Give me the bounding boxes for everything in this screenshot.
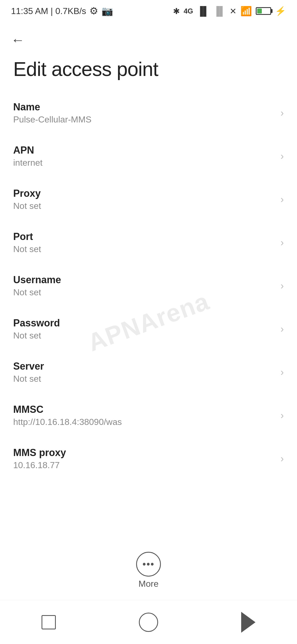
battery-box — [256, 7, 271, 15]
status-bar: 11:35 AM | 0.7KB/s ⚙ 📷 ✱ 4G ▐▌ ▐▌ ✕ 📶 ⚡ — [0, 0, 297, 22]
nav-home-button[interactable] — [139, 613, 158, 632]
settings-item-label-7: MMSC — [13, 404, 122, 415]
status-left: 11:35 AM | 0.7KB/s ⚙ 📷 — [11, 5, 113, 17]
settings-item-server[interactable]: Server Not set › — [0, 351, 297, 394]
more-dots-icon: ••• — [142, 558, 155, 570]
settings-item-value-7: http://10.16.18.4:38090/was — [13, 417, 122, 427]
settings-item-value-2: Not set — [13, 201, 41, 211]
settings-item-label-8: MMS proxy — [13, 447, 66, 459]
settings-item-label-0: Name — [13, 101, 92, 113]
settings-icon: ⚙ — [89, 5, 98, 17]
settings-item-value-4: Not set — [13, 287, 61, 298]
settings-item-content: MMSC http://10.16.18.4:38090/was — [13, 404, 122, 427]
nav-recents-button[interactable] — [42, 615, 56, 629]
nav-bar — [0, 600, 297, 644]
camera-icon: 📷 — [101, 6, 113, 17]
status-right: ✱ 4G ▐▌ ▐▌ ✕ 📶 ⚡ — [173, 6, 286, 17]
settings-item-port[interactable]: Port Not set › — [0, 221, 297, 264]
settings-item-content: Proxy Not set — [13, 188, 41, 211]
settings-item-value-8: 10.16.18.77 — [13, 460, 66, 470]
settings-item-password[interactable]: Password Not set › — [0, 307, 297, 351]
settings-item-apn[interactable]: APN internet › — [0, 135, 297, 178]
nav-back-button[interactable] — [241, 612, 255, 633]
settings-item-label-3: Port — [13, 231, 41, 242]
more-circle-icon[interactable]: ••• — [136, 552, 161, 577]
settings-item-content: Name Pulse-Cellular-MMS — [13, 101, 92, 125]
settings-item-value-5: Not set — [13, 331, 60, 341]
settings-item-value-6: Not set — [13, 374, 44, 384]
chevron-right-icon: › — [280, 194, 284, 205]
signal-bars-icon: ▐▌ — [197, 6, 209, 16]
chevron-right-icon: › — [280, 410, 284, 421]
bluetooth-icon: ✱ — [173, 6, 180, 16]
settings-item-label-5: Password — [13, 317, 60, 329]
settings-item-label-6: Server — [13, 361, 44, 372]
chevron-right-icon: › — [280, 367, 284, 378]
more-button[interactable]: ••• More — [136, 552, 161, 589]
settings-item-value-3: Not set — [13, 244, 41, 254]
signal-x-icon: ✕ — [230, 6, 237, 16]
settings-item-username[interactable]: Username Not set › — [0, 264, 297, 307]
settings-item-value-1: internet — [13, 158, 43, 168]
chevron-right-icon: › — [280, 151, 284, 162]
battery-fill — [257, 9, 262, 13]
chevron-right-icon: › — [280, 107, 284, 119]
settings-item-label-2: Proxy — [13, 188, 41, 199]
settings-item-label-4: Username — [13, 274, 61, 286]
back-button-container[interactable]: ← — [0, 22, 297, 52]
more-label: More — [139, 579, 159, 589]
settings-item-content: Server Not set — [13, 361, 44, 384]
settings-item-mmsc[interactable]: MMSC http://10.16.18.4:38090/was › — [0, 394, 297, 437]
chevron-right-icon: › — [280, 453, 284, 465]
settings-item-content: APN internet — [13, 144, 43, 168]
wifi-icon: 📶 — [240, 6, 252, 17]
signal-bars2-icon: ▐▌ — [213, 6, 226, 16]
charging-icon: ⚡ — [275, 6, 286, 16]
settings-list: Name Pulse-Cellular-MMS › APN internet ›… — [0, 91, 297, 480]
settings-item-content: Username Not set — [13, 274, 61, 298]
page-title: Edit access point — [0, 52, 297, 91]
chevron-right-icon: › — [280, 280, 284, 292]
battery-indicator — [256, 7, 271, 15]
time-display: 11:35 AM | 0.7KB/s — [11, 6, 86, 16]
settings-item-content: Password Not set — [13, 317, 60, 341]
back-arrow-icon[interactable]: ← — [11, 33, 25, 47]
settings-item-value-0: Pulse-Cellular-MMS — [13, 114, 92, 125]
settings-item-name[interactable]: Name Pulse-Cellular-MMS › — [0, 91, 297, 135]
network-4g-icon: 4G — [184, 7, 193, 15]
settings-item-content: MMS proxy 10.16.18.77 — [13, 447, 66, 470]
settings-item-proxy[interactable]: Proxy Not set › — [0, 178, 297, 221]
chevron-right-icon: › — [280, 323, 284, 335]
chevron-right-icon: › — [280, 237, 284, 249]
settings-item-label-1: APN — [13, 144, 43, 156]
settings-item-mms-proxy[interactable]: MMS proxy 10.16.18.77 › — [0, 437, 297, 480]
settings-item-content: Port Not set — [13, 231, 41, 254]
